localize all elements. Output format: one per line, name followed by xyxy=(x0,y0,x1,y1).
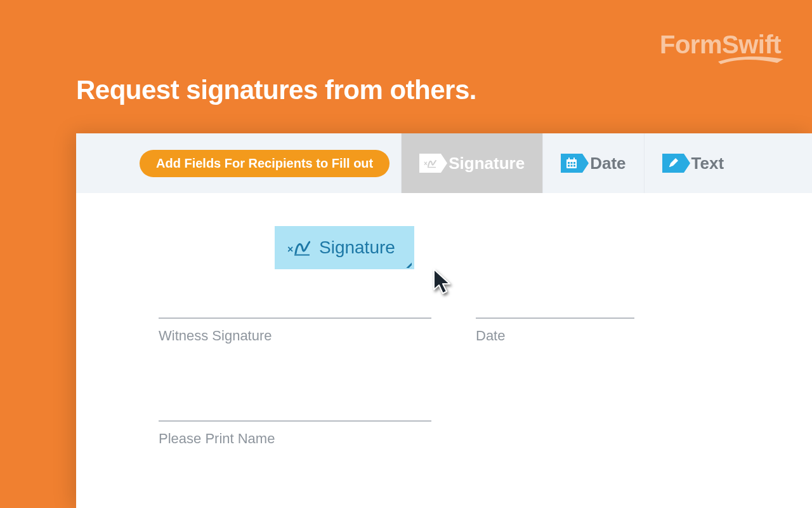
tool-signature[interactable]: × Signature xyxy=(401,133,542,193)
svg-rect-4 xyxy=(571,162,573,164)
brand-name: FormSwift xyxy=(660,30,781,58)
date-label: Date xyxy=(476,328,634,344)
dragged-signature-field[interactable]: × Signature xyxy=(275,226,414,269)
field-row: Please Print Name xyxy=(159,420,730,447)
tool-text-label: Text xyxy=(691,154,724,173)
svg-rect-6 xyxy=(568,165,570,167)
tool-text[interactable]: Text xyxy=(644,133,742,193)
svg-rect-3 xyxy=(568,162,570,164)
signature-line xyxy=(159,318,431,319)
field-row: Witness Signature Date xyxy=(159,318,730,344)
svg-rect-5 xyxy=(573,162,575,164)
print-name-field[interactable]: Please Print Name xyxy=(159,420,431,447)
cursor-icon xyxy=(431,268,454,296)
calendar-icon xyxy=(561,154,582,173)
tool-date-label: Date xyxy=(590,154,625,173)
signature-line xyxy=(159,420,431,422)
page-headline: Request signatures from others. xyxy=(76,75,476,105)
dragged-field-label: Signature xyxy=(319,237,395,258)
tool-date[interactable]: Date xyxy=(542,133,643,193)
svg-text:×: × xyxy=(287,244,293,255)
date-field[interactable]: Date xyxy=(476,318,634,344)
witness-signature-field[interactable]: Witness Signature xyxy=(159,318,431,344)
witness-signature-label: Witness Signature xyxy=(159,328,431,344)
print-name-label: Please Print Name xyxy=(159,431,431,447)
svg-rect-9 xyxy=(568,157,570,161)
app-window: Add Fields For Recipients to Fill out × … xyxy=(76,133,812,508)
brand-logo: FormSwift xyxy=(660,30,787,65)
signature-line xyxy=(476,318,634,319)
toolbar-pill-label: Add Fields For Recipients to Fill out xyxy=(140,150,390,177)
svg-text:×: × xyxy=(424,160,428,167)
svg-rect-8 xyxy=(573,165,575,167)
tool-signature-label: Signature xyxy=(449,154,525,173)
resize-handle-icon[interactable] xyxy=(396,257,412,268)
svg-rect-10 xyxy=(573,157,575,161)
signature-icon: × xyxy=(287,239,310,257)
fields-toolbar: Add Fields For Recipients to Fill out × … xyxy=(76,133,812,193)
svg-rect-7 xyxy=(571,165,573,167)
document-canvas[interactable]: × Signature Witness Signature Date xyxy=(76,193,812,485)
signature-icon: × xyxy=(419,154,441,173)
pencil-icon xyxy=(662,154,684,173)
